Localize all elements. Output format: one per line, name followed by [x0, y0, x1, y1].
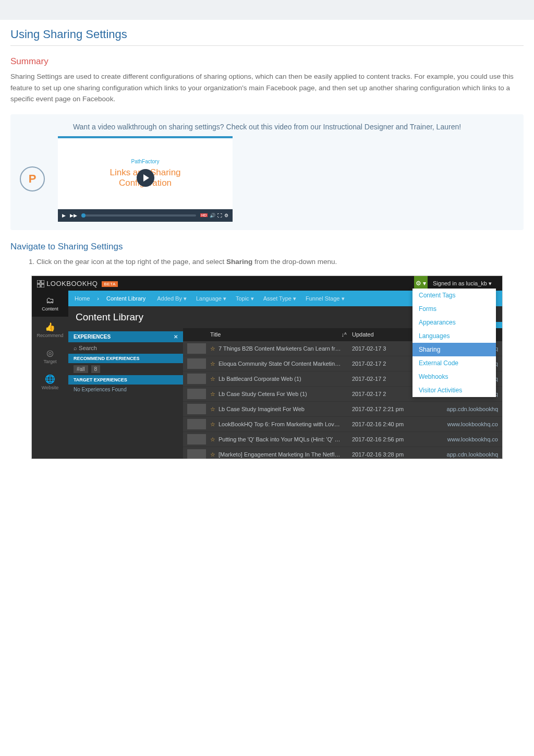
sidebar-icon: ◎ [46, 348, 54, 358]
video-title: Links and Sharing Configuration [110, 167, 180, 189]
dropdown-item-languages[interactable]: Languages [412, 329, 496, 343]
video-thumbnail[interactable]: PathFactory Links and Sharing Configurat… [58, 136, 233, 222]
svg-rect-0 [37, 280, 40, 283]
summary-text: Sharing Settings are used to create diff… [10, 71, 524, 105]
star-icon[interactable]: ☆ [210, 361, 219, 367]
sidebar-item-target[interactable]: ◎Target [32, 343, 68, 369]
close-icon[interactable]: ✕ [174, 334, 178, 340]
settings-video-icon[interactable]: ⚙ [224, 213, 228, 218]
dropdown-item-visitor-activities[interactable]: Visitor Activities [412, 383, 496, 397]
dropdown-item-appearances[interactable]: Appearances [412, 316, 496, 329]
experiences-header: EXPERIENCES ✕ [68, 331, 183, 342]
table-row[interactable]: ☆LookBookHQ Top 6: From Marketing with L… [183, 417, 502, 432]
dropdown-item-forms[interactable]: Forms [412, 302, 496, 316]
thumbnail-icon [187, 389, 206, 399]
no-experiences-text: No Experiences Found [68, 385, 183, 394]
sidebar-icon: 🗂 [46, 296, 54, 305]
hd-badge[interactable]: HD [200, 213, 208, 217]
star-icon[interactable]: ☆ [210, 376, 219, 382]
callout-text: Want a video walkthrough on sharing sett… [20, 123, 514, 131]
settings-dropdown: Content TagsFormsAppearancesLanguagesSha… [412, 289, 496, 397]
svg-rect-2 [37, 284, 40, 287]
recommend-experiences-header: RECOMMEND EXPERIENCES [68, 354, 183, 363]
thumbnail-icon [187, 404, 206, 414]
experiences-panel: EXPERIENCES ✕ ⌕ Search RECOMMEND EXPERIE… [68, 328, 183, 459]
page-title: Using Sharing Settings [10, 28, 524, 41]
video-callout: Want a video walkthrough on sharing sett… [10, 114, 524, 230]
thumbnail-icon [187, 434, 206, 445]
top-blank-bar [0, 0, 534, 20]
play-icon[interactable] [137, 169, 154, 187]
video-controls[interactable]: ▶ ▶▶ HD 🔊 ⛶ ⚙ [58, 209, 233, 222]
star-icon[interactable]: ☆ [210, 421, 219, 428]
filter-dropdown[interactable]: Funnel Stage ▾ [306, 295, 345, 302]
dropdown-item-webhooks[interactable]: Webhooks [412, 370, 496, 383]
table-row[interactable]: ☆Putting the 'Q' Back into Your MQLs (Hi… [183, 432, 502, 447]
sidebar-item-recommend[interactable]: 👍Recommend [32, 317, 68, 343]
lookbookhq-logo: LOOKBOOKHQ BETA [37, 280, 118, 288]
pathfactory-logo-text: PathFactory [131, 159, 160, 164]
tag-all[interactable]: #all [74, 365, 88, 373]
sidebar-icon: 🌐 [45, 374, 55, 384]
user-dropdown[interactable]: Signed in as lucia_kb ▾ [428, 280, 497, 287]
target-experiences-header: TARGET EXPERIENCES [68, 375, 183, 385]
thumbnail-icon [187, 449, 206, 459]
sort-icon[interactable]: ↓ᴬ [342, 331, 347, 338]
step-1: Click on the gear icon at the top right … [37, 256, 524, 268]
dropdown-item-content-tags[interactable]: Content Tags [412, 289, 496, 302]
video-row: P PathFactory Links and Sharing Configur… [20, 136, 514, 222]
filter-dropdown[interactable]: Language ▾ [196, 295, 226, 302]
app-screenshot: LOOKBOOKHQ BETA ⚙ ▾ Signed in as lucia_k… [31, 275, 503, 459]
dropdown-item-sharing[interactable]: Sharing [412, 343, 496, 356]
breadcrumb-current: Content Library [106, 295, 145, 302]
sidebar-icon: 👍 [45, 322, 55, 332]
thumbnail-icon [187, 343, 206, 354]
left-sidebar: 🗂Content👍Recommend◎Target🌐Website [32, 291, 68, 459]
navigate-heading: Navigate to Sharing Settings [10, 242, 524, 252]
content-wrap: Using Sharing Settings Summary Sharing S… [0, 20, 534, 477]
summary-heading: Summary [10, 56, 524, 67]
volume-icon[interactable]: 🔊 [210, 213, 215, 218]
progress-bar[interactable] [81, 214, 196, 217]
brand-logo-circle: P [20, 166, 45, 191]
sidebar-item-content[interactable]: 🗂Content [32, 291, 68, 317]
star-icon[interactable]: ☆ [210, 391, 219, 398]
title-separator [10, 45, 524, 46]
beta-badge: BETA [102, 281, 117, 287]
filter-dropdown[interactable]: Added By ▾ [157, 295, 187, 302]
svg-rect-3 [41, 284, 44, 287]
table-row[interactable]: ☆[Marketo] Engagement Marketing In The N… [183, 447, 502, 459]
star-icon[interactable]: ☆ [210, 406, 219, 413]
play-small-icon[interactable]: ▶ [62, 213, 66, 218]
experiences-search[interactable]: ⌕ Search [68, 342, 183, 354]
dropdown-item-external-code[interactable]: External Code [412, 356, 496, 370]
thumbnail-icon [187, 419, 206, 429]
star-icon[interactable]: ☆ [210, 436, 219, 443]
sidebar-item-website[interactable]: 🌐Website [32, 369, 68, 395]
fullscreen-icon[interactable]: ⛶ [217, 213, 222, 218]
skip-icon[interactable]: ▶▶ [70, 213, 77, 218]
filter-dropdown[interactable]: Topic ▾ [236, 295, 254, 302]
thumbnail-icon [187, 374, 206, 384]
breadcrumb-home[interactable]: Home [75, 295, 90, 302]
svg-rect-1 [41, 280, 44, 283]
star-icon[interactable]: ☆ [210, 345, 219, 352]
table-row[interactable]: ☆Lb Case Study Imagineit For Web2017-02-… [183, 402, 502, 417]
star-icon[interactable]: ☆ [210, 451, 219, 458]
tag-count: 8 [91, 365, 101, 373]
thumbnail-icon [187, 358, 206, 369]
filter-dropdown[interactable]: Asset Type ▾ [263, 295, 296, 302]
steps-list: Click on the gear icon at the top right … [37, 256, 524, 268]
